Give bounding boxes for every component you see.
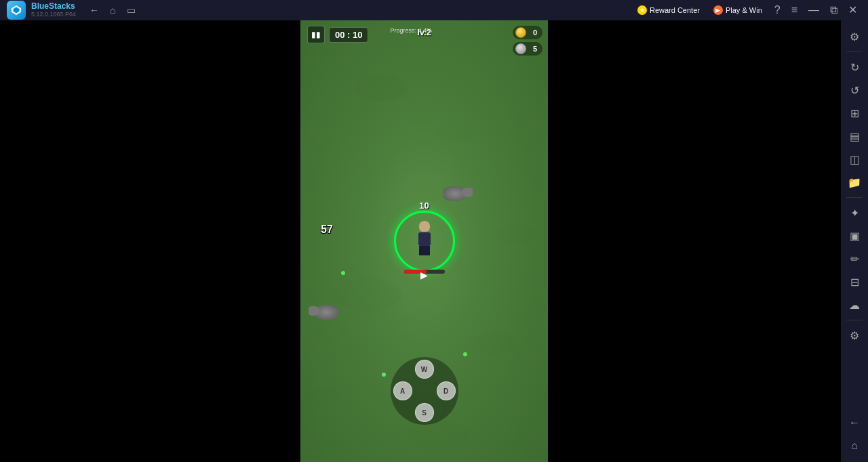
right-sidebar: ⚙ ↻ ↺ ⊞ ▤ ◫ 📁 ✦ ▣ ✏ ⊟ ☁ ⚙ ← ⌂ xyxy=(841,20,868,462)
floating-damage: 57 xyxy=(321,224,333,236)
boar-head-2 xyxy=(309,306,319,316)
group-icon[interactable]: ⊞ xyxy=(844,102,865,124)
character-sprite: 10 ▶ xyxy=(408,221,441,261)
key-s[interactable]: S xyxy=(415,403,434,422)
joystick-area[interactable]: W A D S xyxy=(380,347,469,435)
progress-label: Progress: xyxy=(390,27,416,34)
restore-button[interactable]: ⧉ xyxy=(826,3,842,17)
timer-display: 00 : 10 xyxy=(329,27,368,43)
minimize-button[interactable]: — xyxy=(804,3,823,17)
character-circle: 10 ▶ xyxy=(394,211,455,272)
pause-timer-group: ▮▮ 00 : 10 xyxy=(307,26,368,43)
titlebar-nav: ← ⌂ ▭ xyxy=(81,3,143,17)
home-button[interactable]: ⌂ xyxy=(107,3,118,17)
key-a[interactable]: A xyxy=(393,381,412,400)
settings-icon[interactable]: ⚙ xyxy=(844,26,865,47)
cloud-icon[interactable]: ☁ xyxy=(844,294,865,316)
gem-icon xyxy=(515,43,526,54)
gem-resource: 5 xyxy=(513,42,542,56)
cursor-indicator: ▶ xyxy=(420,270,428,280)
game-area[interactable]: ▮▮ 00 : 10 Progress: 4.4% lv.2 0 5 57 xyxy=(300,20,548,462)
key-d[interactable]: D xyxy=(437,381,456,400)
sidebar-divider-3 xyxy=(846,320,863,320)
close-button[interactable]: ✕ xyxy=(844,3,861,17)
gamepad-icon[interactable]: ✦ xyxy=(844,202,865,224)
sidebar-divider-1 xyxy=(846,51,863,52)
pause-button[interactable]: ▮▮ xyxy=(307,26,325,43)
reward-icon: ★ xyxy=(637,5,647,15)
back-button[interactable]: ← xyxy=(87,3,102,17)
playnwin-icon: ▶ xyxy=(713,5,723,15)
playnwin-label: Play & Win xyxy=(726,6,762,14)
brush-icon[interactable]: ✏ xyxy=(844,248,865,270)
app-version-label: 5.12.0.1065 P64 xyxy=(31,12,76,18)
stack-icon[interactable]: ⊟ xyxy=(844,271,865,293)
chart-bar-icon[interactable]: ▤ xyxy=(844,125,865,147)
gem-value: 5 xyxy=(529,45,537,53)
multi-button[interactable]: ▭ xyxy=(124,3,138,17)
key-w[interactable]: W xyxy=(415,360,434,379)
titlebar: BlueStacks 5.12.0.1065 P64 ← ⌂ ▭ ★ Rewar… xyxy=(0,0,868,20)
character-damage-number: 10 xyxy=(419,201,429,211)
character-head xyxy=(419,221,430,232)
play-win-button[interactable]: ▶ Play & Win xyxy=(708,3,768,17)
sidebar-divider-2 xyxy=(846,197,863,198)
reward-label: Reward Center xyxy=(650,6,700,14)
layout-icon[interactable]: ▣ xyxy=(844,225,865,247)
enemy-boar-1 xyxy=(443,186,470,205)
progress-value: 4.4% xyxy=(418,27,433,34)
collectible-dot-1 xyxy=(341,271,345,275)
progress-info: Progress: 4.4% xyxy=(390,27,432,34)
boar-body-2 xyxy=(314,305,338,320)
titlebar-left: BlueStacks 5.12.0.1065 P64 ← ⌂ ▭ xyxy=(0,1,625,20)
joystick-outer: W A D S xyxy=(391,357,458,425)
character-legs xyxy=(419,246,430,255)
app-name-label: BlueStacks xyxy=(31,2,76,11)
nav-back-icon[interactable]: ← xyxy=(844,412,865,434)
enemy-boar-2 xyxy=(314,305,341,324)
reward-center-button[interactable]: ★ Reward Center xyxy=(632,3,705,17)
menu-button[interactable]: ≡ xyxy=(787,3,802,17)
nav-home-icon[interactable]: ⌂ xyxy=(844,435,865,457)
refresh-icon[interactable]: ↺ xyxy=(844,79,865,101)
config-icon[interactable]: ⚙ xyxy=(844,324,865,346)
titlebar-right: ★ Reward Center ▶ Play & Win ? ≡ — ⧉ ✕ xyxy=(625,3,868,17)
boar-head-1 xyxy=(462,188,473,197)
character-torso xyxy=(418,232,431,246)
folder-icon[interactable]: 📁 xyxy=(844,171,865,193)
character-body xyxy=(418,221,431,255)
sync-icon[interactable]: ↻ xyxy=(844,56,865,78)
help-button[interactable]: ? xyxy=(770,3,785,17)
game-ui-top: ▮▮ 00 : 10 Progress: 4.4% xyxy=(300,26,548,43)
bluestacks-logo xyxy=(7,1,26,20)
left-area xyxy=(0,20,300,462)
camera-icon[interactable]: ◫ xyxy=(844,148,865,170)
boar-body-1 xyxy=(443,186,467,201)
